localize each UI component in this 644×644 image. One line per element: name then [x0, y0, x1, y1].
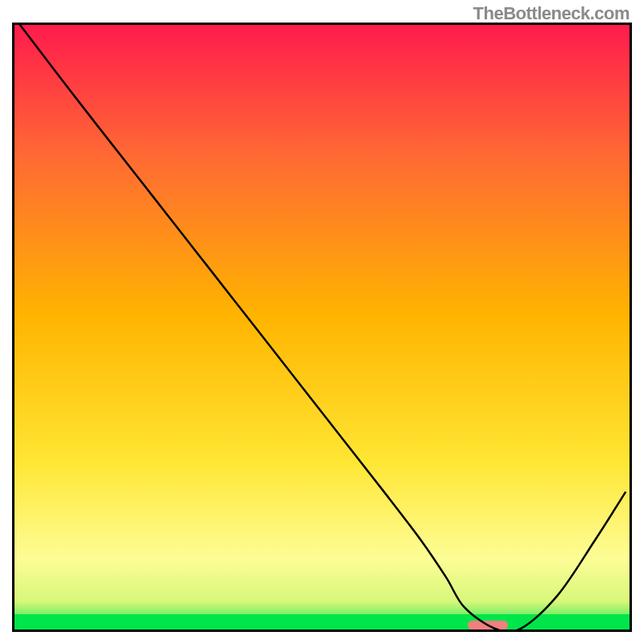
bottleneck-curve — [19, 23, 626, 632]
chart-plot-area — [12, 23, 632, 632]
chart-curve-svg — [12, 23, 632, 632]
attribution-text: TheBottleneck.com — [473, 3, 630, 24]
